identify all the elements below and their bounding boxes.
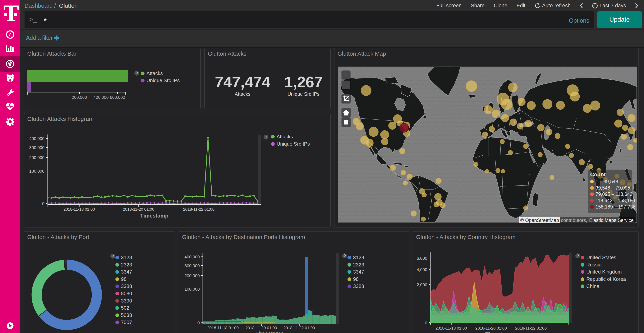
svg-text:Timestamp: Timestamp <box>255 330 284 333</box>
svg-text:200,000: 200,000 <box>184 273 200 278</box>
svg-text:300,000: 300,000 <box>29 145 44 150</box>
svg-text:2018-11-18 01:00: 2018-11-18 01:00 <box>64 207 95 211</box>
svg-text:2018-11-22 01:00: 2018-11-22 01:00 <box>284 325 315 330</box>
svg-text:0: 0 <box>42 201 44 206</box>
svg-text:Timestamp: Timestamp <box>485 331 514 333</box>
svg-text:0: 0 <box>198 320 200 325</box>
svg-text:2018-11-20 01:00: 2018-11-20 01:00 <box>246 325 277 330</box>
svg-text:200,000: 200,000 <box>29 155 44 160</box>
svg-text:2018-11-22 01:00: 2018-11-22 01:00 <box>515 326 547 330</box>
svg-text:2,000: 2,000 <box>417 282 427 287</box>
svg-text:400,000: 400,000 <box>29 136 44 141</box>
svg-text:2018-11-18 01:00: 2018-11-18 01:00 <box>207 325 239 330</box>
svg-text:200,000: 200,000 <box>72 95 87 100</box>
svg-text:2018-11-18 01:00: 2018-11-18 01:00 <box>436 326 467 330</box>
svg-text:2018-11-22 01:00: 2018-11-22 01:00 <box>183 207 214 211</box>
svg-text:4,000: 4,000 <box>417 267 427 272</box>
svg-text:600,000: 600,000 <box>110 95 125 100</box>
svg-text:300,000: 300,000 <box>184 263 200 268</box>
svg-text:100,000: 100,000 <box>29 169 44 174</box>
svg-text:400,000: 400,000 <box>184 254 200 259</box>
svg-text:100,000: 100,000 <box>184 287 200 291</box>
svg-text:Timestamp: Timestamp <box>140 213 168 219</box>
svg-text:2018-11-20 01:00: 2018-11-20 01:00 <box>123 207 154 211</box>
svg-text:0: 0 <box>425 320 427 325</box>
svg-text:2018-11-20 01:00: 2018-11-20 01:00 <box>475 326 507 330</box>
svg-text:6,000: 6,000 <box>417 256 427 261</box>
svg-text:400,000: 400,000 <box>93 95 109 100</box>
